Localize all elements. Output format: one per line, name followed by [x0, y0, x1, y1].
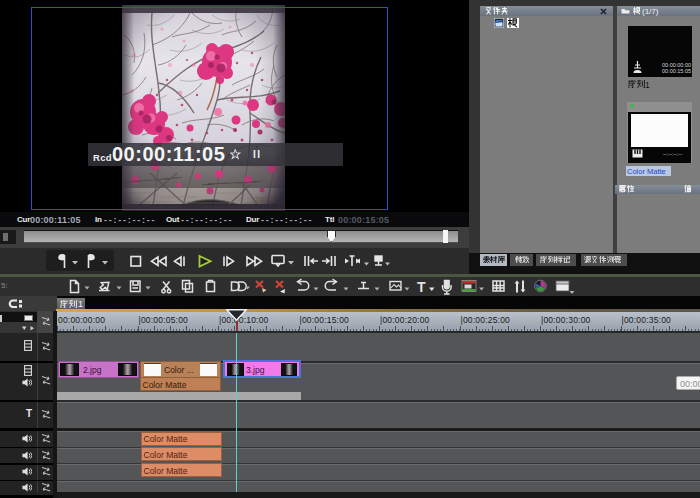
svg-text:T: T [417, 279, 426, 295]
